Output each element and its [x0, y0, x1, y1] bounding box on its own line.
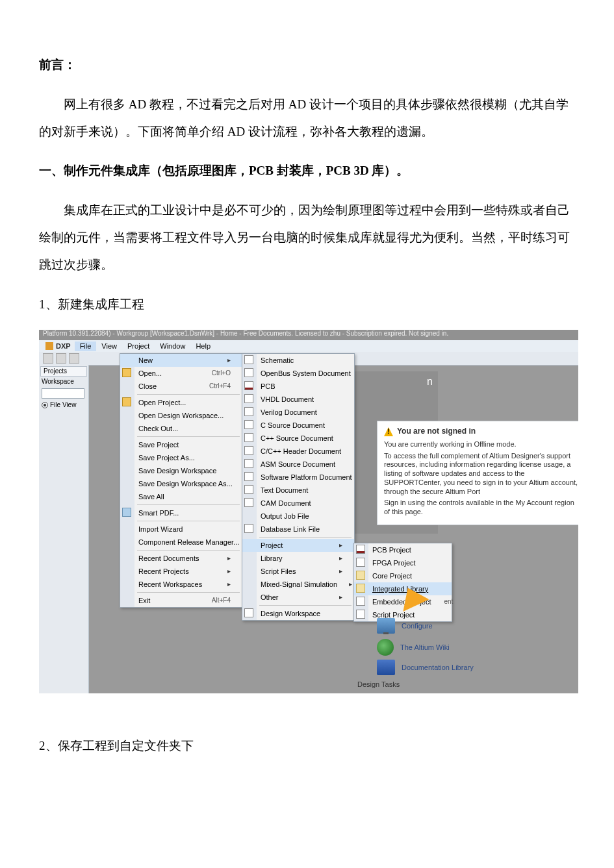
new-cpp[interactable]: C++ Source Document	[242, 432, 354, 445]
file-recent-projects[interactable]: Recent Projects▸	[120, 565, 242, 578]
new-cam[interactable]: CAM Document	[242, 497, 354, 510]
new-schematic[interactable]: Schematic	[242, 354, 354, 367]
file-save-project-label: Save Project	[138, 441, 179, 449]
proj-core-label: Core Project	[372, 572, 412, 580]
file-save-ws-label: Save Design Workspace	[138, 467, 216, 475]
file-checkout[interactable]: Check Out...	[120, 422, 242, 435]
file-import-wizard-label: Import Wizard	[138, 525, 183, 534]
link-doclib[interactable]: Documentation Library	[377, 660, 546, 675]
new-dblink[interactable]: Database Link File	[242, 523, 354, 536]
menu-separator	[259, 605, 352, 606]
new-library-label: Library	[261, 554, 283, 563]
new-openbus[interactable]: OpenBus System Document	[242, 367, 354, 380]
file-open[interactable]: Open... Ctrl+O	[120, 367, 242, 380]
menu-project[interactable]: Project	[122, 341, 155, 351]
menu-view[interactable]: View	[96, 341, 122, 351]
submenu-arrow-icon: ▸	[216, 356, 231, 364]
file-smart-pdf-label: Smart PDF...	[138, 509, 179, 517]
new-other-label: Other	[261, 593, 279, 602]
file-close[interactable]: Close Ctrl+F4	[120, 380, 242, 393]
monitor-icon	[377, 618, 395, 634]
file-save-ws[interactable]: Save Design Workspace	[120, 464, 242, 477]
new-other[interactable]: Other▸	[242, 591, 354, 604]
menu-window[interactable]: Window	[155, 341, 190, 351]
workspace-input[interactable]	[42, 388, 84, 399]
new-spd-label: Software Platform Document	[261, 473, 352, 482]
file-recent-docs[interactable]: Recent Documents▸	[120, 552, 242, 565]
file-save-project[interactable]: Save Project	[120, 438, 242, 451]
new-cam-label: CAM Document	[261, 499, 311, 508]
verilog-icon	[244, 407, 253, 416]
proj-core[interactable]: Core Project	[354, 569, 452, 582]
signin-line3: Sign in using the controls available in …	[384, 499, 578, 517]
file-menu: New ▸ Open... Ctrl+O Close Ctrl+F4 Open …	[120, 353, 243, 608]
file-smart-pdf[interactable]: Smart PDF...	[120, 506, 242, 519]
new-verilog[interactable]: Verilog Document	[242, 406, 354, 419]
new-chdr-label: C/C++ Header Document	[261, 447, 341, 456]
file-save-project-as[interactable]: Save Project As...	[120, 451, 242, 464]
file-exit[interactable]: Exit Alt+F4	[120, 594, 242, 607]
dxp-button[interactable]: DXP	[42, 342, 75, 351]
file-close-shortcut: Ctrl+F4	[196, 382, 231, 390]
warning-icon	[384, 427, 393, 436]
new-scripts[interactable]: Script Files▸	[242, 565, 354, 578]
file-view-radio[interactable]: File View	[39, 400, 88, 410]
file-new[interactable]: New ▸	[120, 354, 242, 367]
left-panel: Projects Workspace File View	[39, 365, 89, 693]
submenu-arrow-icon: ▸	[327, 567, 342, 575]
new-outjob[interactable]: Output Job File	[242, 510, 354, 523]
file-save-all[interactable]: Save All	[120, 490, 242, 503]
file-recent-ws[interactable]: Recent Workspaces▸	[120, 578, 242, 591]
new-csrc[interactable]: C Source Document	[242, 419, 354, 432]
submenu-arrow-icon: ▸	[337, 580, 352, 588]
platform-icon	[244, 472, 253, 481]
proj-pcb[interactable]: PCB Project	[354, 543, 452, 556]
menu-separator	[137, 436, 240, 437]
new-outjob-label: Output Job File	[261, 512, 309, 521]
toolbar-save-icon[interactable]	[69, 353, 79, 364]
file-open-label: Open...	[138, 369, 162, 378]
step-2-label: 2、保存工程到自定文件夹下	[39, 732, 575, 760]
new-spd[interactable]: Software Platform Document	[242, 471, 354, 484]
file-crm[interactable]: Component Release Manager...	[120, 536, 242, 549]
new-asm-label: ASM Source Document	[261, 460, 335, 469]
pdf-icon	[122, 508, 131, 517]
new-library[interactable]: Library▸	[242, 552, 354, 565]
file-open-project[interactable]: Open Project...	[120, 396, 242, 409]
file-view-label: File View	[50, 401, 76, 409]
preface-body: 网上有很多 AD 教程，不过看完之后对用 AD 设计一个项目的具体步骤依然很模糊…	[39, 91, 575, 145]
pcb-icon	[244, 381, 253, 390]
new-design-ws[interactable]: Design Workspace	[242, 607, 354, 620]
toolbar-open-icon[interactable]	[56, 353, 66, 364]
new-text[interactable]: Text Document	[242, 484, 354, 497]
asm-icon	[244, 459, 253, 468]
file-open-workspace[interactable]: Open Design Workspace...	[120, 409, 242, 422]
menu-help[interactable]: Help	[190, 341, 216, 351]
signin-line2: To access the full complement of Altium …	[384, 452, 578, 497]
submenu-arrow-icon: ▸	[327, 593, 342, 601]
file-save-all-label: Save All	[138, 493, 164, 501]
file-import-wizard[interactable]: Import Wizard	[120, 523, 242, 536]
file-open-ws-label: Open Design Workspace...	[138, 412, 224, 420]
proj-fpga[interactable]: FPGA Project	[354, 556, 452, 569]
new-pcb[interactable]: PCB	[242, 380, 354, 393]
new-mixed[interactable]: Mixed-Signal Simulation▸	[242, 578, 354, 591]
menu-file[interactable]: File	[75, 341, 97, 351]
dblink-icon	[244, 524, 253, 533]
link-configure[interactable]: Configure	[377, 618, 546, 634]
new-project[interactable]: Project▸	[242, 539, 354, 552]
new-asm[interactable]: ASM Source Document	[242, 458, 354, 471]
new-vhdl[interactable]: VHDL Document	[242, 393, 354, 406]
file-save-ws-as[interactable]: Save Design Workspace As...	[120, 477, 242, 490]
signin-title-row: You are not signed in	[384, 427, 578, 436]
link-wiki[interactable]: The Altium Wiki	[377, 639, 546, 656]
menu-separator	[137, 521, 240, 521]
file-save-ws-as-label: Save Design Workspace As...	[138, 480, 233, 488]
new-schematic-label: Schematic	[261, 356, 294, 365]
cam-icon	[244, 498, 253, 507]
projects-tab[interactable]: Projects	[40, 366, 87, 377]
new-submenu: Schematic OpenBus System Document PCB VH…	[242, 353, 355, 621]
toolbar-new-icon[interactable]	[43, 353, 53, 364]
new-chdr[interactable]: C/C++ Header Document	[242, 445, 354, 458]
new-csrc-label: C Source Document	[261, 421, 325, 430]
